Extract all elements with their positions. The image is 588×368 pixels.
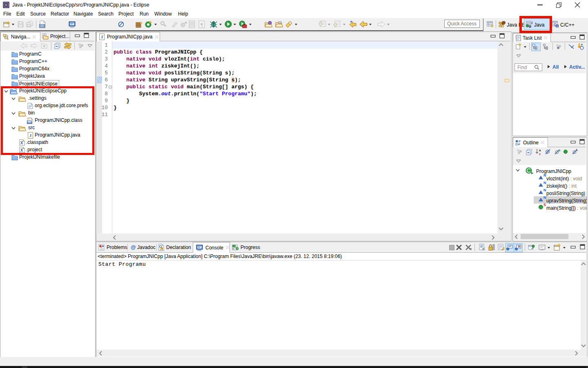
svg-text:z: z: [539, 152, 541, 155]
svg-text:010: 010: [40, 25, 45, 27]
svg-text:c: c: [557, 25, 558, 27]
svg-text:a: a: [539, 148, 541, 152]
svg-text:J: J: [101, 34, 103, 39]
svg-text:¶: ¶: [201, 22, 203, 27]
